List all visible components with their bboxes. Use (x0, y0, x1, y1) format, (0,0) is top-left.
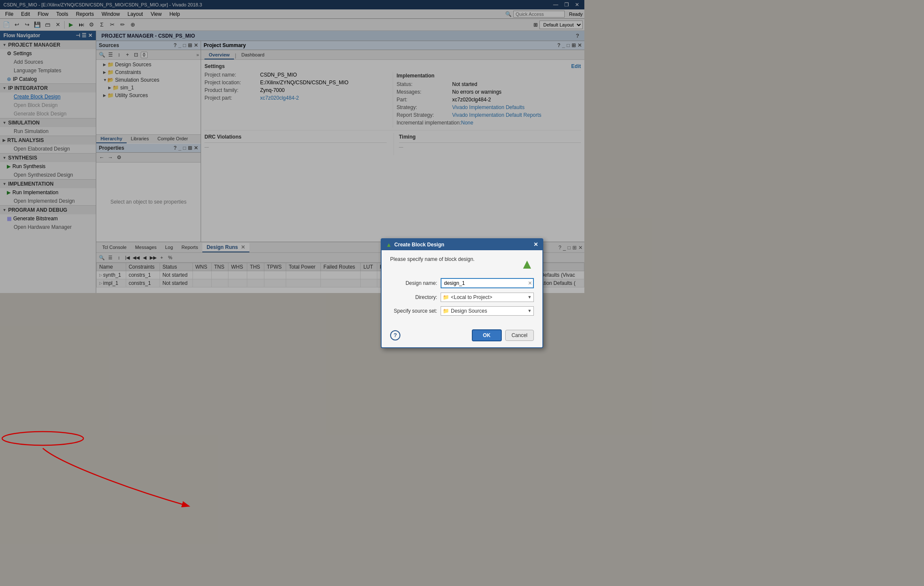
modal-close-btn[interactable]: ✕ (533, 241, 538, 248)
vivado-logo-icon: ▲ (520, 256, 534, 272)
modal-design-name-field: Design name: ✕ (390, 278, 534, 288)
modal-titlebar: ▲ Create Block Design ✕ (382, 239, 542, 250)
create-block-design-modal: ▲ Create Block Design ✕ Please specify n… (381, 238, 543, 293)
modal-title: Create Block Design (394, 242, 444, 248)
modal-design-name-input[interactable] (441, 278, 534, 288)
modal-design-name-wrapper: ✕ (441, 278, 534, 288)
modal-top-area: Please specify name of block design. ▲ (390, 256, 534, 272)
modal-body: Please specify name of block design. ▲ D… (382, 250, 542, 293)
modal-input-clear-btn[interactable]: ✕ (528, 280, 532, 286)
modal-design-name-label: Design name: (390, 280, 437, 286)
modal-directory-select[interactable]: 📁 <Local to Project> ▼ (441, 293, 534, 293)
modal-description: Please specify name of block design. (390, 256, 474, 262)
modal-vivado-logo-small: ▲ (386, 241, 392, 248)
modal-overlay: ▲ Create Block Design ✕ Please specify n… (0, 0, 584, 293)
modal-title-area: ▲ Create Block Design (386, 241, 444, 248)
modal-directory-field: Directory: 📁 <Local to Project> ▼ (390, 293, 534, 293)
